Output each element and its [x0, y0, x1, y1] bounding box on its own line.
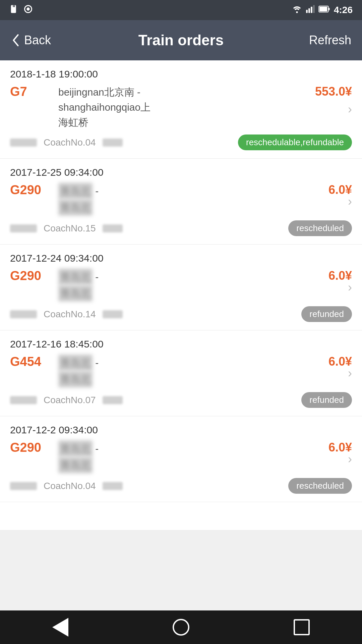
status-bar-right: 4:26	[292, 4, 353, 16]
time-display: 4:26	[334, 5, 353, 15]
blurred-dest: 青岛北	[58, 457, 93, 473]
seat-blur	[103, 310, 123, 318]
wifi-icon	[292, 4, 302, 16]
svg-rect-6	[308, 8, 310, 13]
order-item[interactable]: 2017-12-24 09:34:00 G290 青岛北 - 青岛北 6.0¥ …	[0, 245, 362, 330]
status-bar: ​ 4:26	[0, 0, 362, 20]
passenger-blur	[10, 396, 37, 404]
back-label: Back	[24, 33, 51, 47]
sd-card-icon: ​	[9, 4, 19, 16]
android-back-button[interactable]	[50, 617, 70, 637]
status-badge: rescheduled	[288, 220, 352, 236]
order-left: G290 青岛北 - 青岛北	[10, 183, 292, 216]
route-info: 青岛北 - 青岛北	[58, 269, 99, 302]
route-info: 青岛北 - 青岛北	[58, 355, 99, 387]
seat-blur	[103, 482, 123, 490]
svg-rect-2	[14, 5, 15, 7]
android-recents-button[interactable]	[292, 617, 312, 637]
orders-list: 2018-1-18 19:00:00 G7 beijingnan北京南 -sha…	[0, 60, 362, 530]
blurred-origin: 青岛北	[58, 440, 93, 457]
order-bottom-row: CoachNo.15 rescheduled	[10, 220, 352, 236]
seat-info: CoachNo.14	[10, 309, 123, 320]
svg-rect-5	[306, 10, 308, 13]
passenger-blur	[10, 482, 37, 490]
android-home-button[interactable]	[171, 617, 191, 637]
order-bottom-row: CoachNo.07 refunded	[10, 392, 352, 408]
chevron-right-icon: ›	[348, 102, 352, 116]
order-right: 6.0¥	[292, 440, 352, 454]
order-right: 553.0¥	[292, 85, 352, 99]
order-item[interactable]: 2017-12-16 18:45:00 G454 青岛北 - 青岛北 6.0¥ …	[0, 330, 362, 416]
seat-info: CoachNo.15	[10, 223, 123, 234]
coach-text: CoachNo.04	[44, 481, 96, 491]
coach-text: CoachNo.07	[44, 395, 96, 406]
train-number: G290	[10, 269, 50, 283]
order-main-row: G290 青岛北 - 青岛北 6.0¥	[10, 269, 352, 302]
svg-rect-8	[313, 5, 315, 13]
order-left: G454 青岛北 - 青岛北	[10, 355, 292, 387]
seat-info: CoachNo.07	[10, 395, 123, 406]
chevron-right-icon: ›	[348, 366, 352, 380]
order-left: G290 青岛北 - 青岛北	[10, 440, 292, 473]
svg-rect-1	[13, 5, 14, 7]
svg-rect-10	[328, 8, 330, 10]
passenger-blur	[10, 224, 37, 232]
chevron-right-icon: ›	[348, 195, 352, 209]
blurred-dest: 青岛北	[58, 371, 93, 387]
train-number: G290	[10, 183, 50, 197]
order-main-row: G290 青岛北 - 青岛北 6.0¥	[10, 183, 352, 216]
signal-icon	[306, 4, 315, 16]
order-item[interactable]: 2017-12-2 09:34:00 G290 青岛北 - 青岛北 6.0¥ C…	[0, 416, 362, 502]
svg-rect-7	[311, 7, 312, 13]
status-badge: refunded	[301, 392, 352, 408]
coach-text: CoachNo.14	[44, 309, 96, 320]
coach-text: CoachNo.04	[44, 137, 96, 148]
blurred-origin: 青岛北	[58, 355, 93, 371]
back-triangle-icon	[52, 618, 68, 637]
refresh-button[interactable]: Refresh	[309, 33, 351, 47]
order-item[interactable]: 2017-12-25 09:34:00 G290 青岛北 - 青岛北 6.0¥ …	[0, 159, 362, 245]
order-price: 553.0¥	[315, 85, 352, 99]
empty-area	[0, 530, 362, 610]
train-number: G7	[10, 85, 50, 99]
train-number: G290	[10, 440, 50, 455]
svg-point-4	[26, 7, 29, 10]
route-info: 青岛北 - 青岛北	[58, 440, 99, 473]
order-main-row: G290 青岛北 - 青岛北 6.0¥	[10, 440, 352, 473]
seat-blur	[103, 396, 123, 404]
order-date: 2017-12-25 09:34:00	[10, 167, 352, 178]
passenger-blur	[10, 139, 37, 147]
bottom-navigation	[0, 610, 362, 644]
train-number: G454	[10, 355, 50, 369]
chevron-right-icon: ›	[348, 452, 352, 466]
status-badge: reschedulable,refundable	[238, 135, 352, 150]
order-right: 6.0¥	[292, 355, 352, 369]
order-item[interactable]: 2018-1-18 19:00:00 G7 beijingnan北京南 -sha…	[0, 60, 362, 159]
order-bottom-row: CoachNo.04 reschedulable,refundable	[10, 135, 352, 150]
order-date: 2017-12-24 09:34:00	[10, 253, 352, 264]
seat-blur	[103, 139, 123, 147]
status-badge: refunded	[301, 306, 352, 322]
passenger-blur	[10, 310, 37, 318]
order-left: G7 beijingnan北京南 -shanghaihongqiao上海虹桥	[10, 85, 292, 130]
svg-rect-11	[319, 6, 327, 11]
order-bottom-row: CoachNo.14 refunded	[10, 306, 352, 322]
page-title: Train orders	[138, 32, 224, 49]
order-date: 2017-12-16 18:45:00	[10, 338, 352, 350]
seat-info: CoachNo.04	[10, 137, 123, 148]
order-main-row: G454 青岛北 - 青岛北 6.0¥	[10, 355, 352, 387]
home-circle-icon	[173, 619, 189, 636]
status-badge: rescheduled	[288, 478, 352, 494]
blurred-origin: 青岛北	[58, 269, 93, 285]
circle-icon	[23, 4, 33, 16]
order-date: 2018-1-18 19:00:00	[10, 68, 352, 80]
chevron-right-icon: ›	[348, 280, 352, 294]
coach-text: CoachNo.15	[44, 223, 96, 234]
blurred-origin: 青岛北	[58, 183, 93, 199]
battery-icon	[318, 4, 330, 16]
order-right: 6.0¥	[292, 183, 352, 197]
back-button[interactable]: Back	[11, 33, 51, 47]
blurred-dest: 青岛北	[58, 199, 93, 216]
order-date: 2017-12-2 09:34:00	[10, 424, 352, 436]
order-main-row: G7 beijingnan北京南 -shanghaihongqiao上海虹桥 5…	[10, 85, 352, 130]
